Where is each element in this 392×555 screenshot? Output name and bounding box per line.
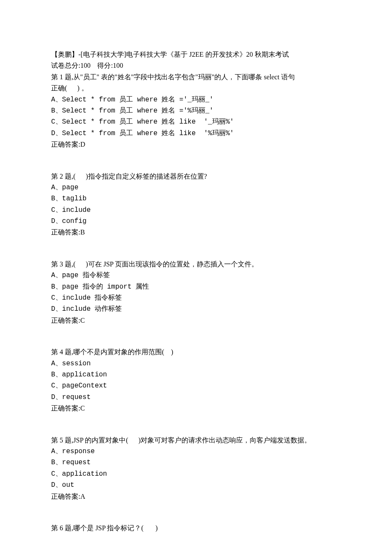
question-prompt: 第 6 题,哪个是 JSP 指令标记？( ) — [51, 523, 341, 534]
answer-option: D、request — [51, 392, 341, 403]
answer-option: C、include 指令标签 — [51, 292, 341, 304]
question-block: 第 1 题,从"员工" 表的"姓名"字段中找出名字包含"玛丽"的人，下面哪条 s… — [51, 72, 341, 150]
answer-option: C、Select * from 员工 where 姓名 like '_玛丽%' — [51, 116, 341, 127]
question-block: 第 3 题,( )可在 JSP 页面出现该指令的位置处，静态插入一个文件。 A、… — [51, 259, 341, 326]
exam-title: 【奥鹏】-[电子科技大学]电子科技大学《基于 J2EE 的开发技术》20 秋期末… — [51, 49, 341, 60]
answer-option: D、include 动作标签 — [51, 304, 341, 315]
answer-option: B、taglib — [51, 193, 341, 204]
question-prompt: 第 4 题,哪个不是内置对象的作用范围( ) — [51, 347, 341, 358]
answer-option: D、config — [51, 216, 341, 227]
question-block: 第 6 题,哪个是 JSP 指令标记？( ) — [51, 523, 341, 534]
question-block: 第 2 题,( )指令指定自定义标签的描述器所在位置? A、page B、tag… — [51, 171, 341, 238]
answer-option: B、application — [51, 369, 341, 380]
question-prompt: 第 2 题,( )指令指定自定义标签的描述器所在位置? — [51, 171, 341, 182]
correct-answer: 正确答案:C — [51, 315, 341, 326]
question-block: 第 4 题,哪个不是内置对象的作用范围( ) A、session B、appli… — [51, 347, 341, 414]
question-prompt: 第 3 题,( )可在 JSP 页面出现该指令的位置处，静态插入一个文件。 — [51, 259, 341, 270]
correct-answer: 正确答案:D — [51, 139, 341, 150]
question-block: 第 5 题,JSP 的内置对象中( )对象可对客户的请求作出动态响应，向客户端发… — [51, 435, 341, 502]
question-prompt: 第 5 题,JSP 的内置对象中( )对象可对客户的请求作出动态响应，向客户端发… — [51, 435, 341, 446]
document-page: 【奥鹏】-[电子科技大学]电子科技大学《基于 J2EE 的开发技术》20 秋期末… — [0, 0, 392, 555]
correct-answer: 正确答案:B — [51, 227, 341, 238]
answer-option: C、application — [51, 468, 341, 480]
answer-option: D、Select * from 员工 where 姓名 like '%玛丽%' — [51, 128, 341, 139]
exam-score-line: 试卷总分:100 得分:100 — [51, 60, 341, 71]
answer-option: C、pageContext — [51, 380, 341, 391]
answer-option: C、include — [51, 205, 341, 216]
answer-option: A、page — [51, 182, 341, 193]
answer-option: B、Select * from 员工 where 姓名 ='%玛丽_' — [51, 105, 341, 116]
answer-option: B、request — [51, 457, 341, 468]
answer-option: A、response — [51, 446, 341, 457]
question-prompt: 正确( ) 。 — [51, 83, 341, 94]
answer-option: A、Select * from 员工 where 姓名 ='_玛丽_' — [51, 94, 341, 105]
answer-option: B、page 指令的 import 属性 — [51, 281, 341, 292]
correct-answer: 正确答案:C — [51, 403, 341, 414]
exam-header: 【奥鹏】-[电子科技大学]电子科技大学《基于 J2EE 的开发技术》20 秋期末… — [51, 49, 341, 72]
correct-answer: 正确答案:A — [51, 491, 341, 502]
answer-option: A、session — [51, 358, 341, 369]
question-prompt: 第 1 题,从"员工" 表的"姓名"字段中找出名字包含"玛丽"的人，下面哪条 s… — [51, 72, 341, 83]
answer-option: A、page 指令标签 — [51, 270, 341, 281]
answer-option: D、out — [51, 480, 341, 491]
